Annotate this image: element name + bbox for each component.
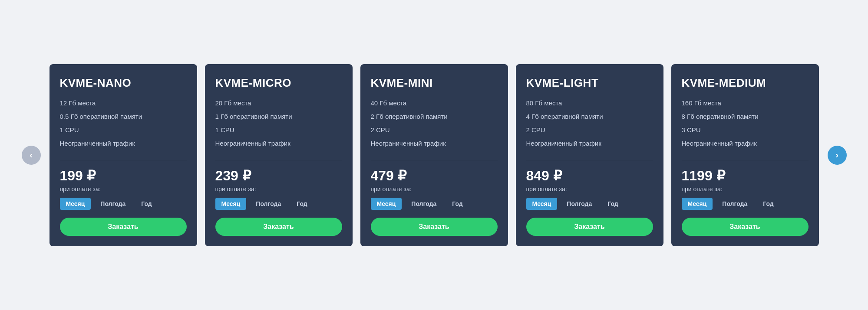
period-tabs-nano: МесяцПолгодаГод [60,198,187,210]
card-features-light: 80 Гб места4 Гб оперативной памяти2 CPUН… [526,98,653,152]
period-tab-год[interactable]: Год [601,198,624,210]
period-tab-месяц[interactable]: Месяц [215,198,247,210]
card-price-micro: 239 ₽ [215,167,342,184]
card-features-medium: 160 Гб места8 Гб оперативной памяти3 CPU… [682,98,809,152]
card-price-note-nano: при оплате за: [60,186,187,193]
card-price-note-micro: при оплате за: [215,186,342,193]
feature-item: Неограниченный трафик [682,139,809,148]
period-tab-год[interactable]: Год [757,198,780,210]
period-tab-месяц[interactable]: Месяц [526,198,558,210]
period-tab-полгода[interactable]: Полгода [250,198,287,210]
card-price-note-mini: при оплате за: [371,186,498,193]
order-button-medium[interactable]: Заказать [682,218,809,236]
card-medium: KVME-MEDIUM160 Гб места8 Гб оперативной … [671,64,819,246]
card-light: KVME-LIGHT80 Гб места4 Гб оперативной па… [516,64,663,246]
order-button-micro[interactable]: Заказать [215,218,342,236]
card-divider [526,161,653,161]
card-nano: KVME-NANO12 Гб места0.5 Гб оперативной п… [50,64,197,246]
feature-item: Неограниченный трафик [215,139,342,148]
cards-container: KVME-NANO12 Гб места0.5 Гб оперативной п… [41,64,828,246]
order-button-light[interactable]: Заказать [526,218,653,236]
feature-item: Неограниченный трафик [60,139,187,148]
card-title-nano: KVME-NANO [60,76,187,90]
feature-item: 8 Гб оперативной памяти [682,112,809,121]
card-features-micro: 20 Гб места1 Гб оперативной памяти1 CPUН… [215,98,342,152]
period-tab-год[interactable]: Год [290,198,314,210]
card-divider [682,161,809,161]
card-title-light: KVME-LIGHT [526,76,653,90]
feature-item: 1 CPU [60,125,187,134]
order-button-nano[interactable]: Заказать [60,218,187,236]
prev-button[interactable]: ‹ [22,146,41,165]
feature-item: 40 Гб места [371,98,498,108]
feature-item: Неограниченный трафик [526,139,653,148]
card-title-mini: KVME-MINI [371,76,498,90]
card-price-light: 849 ₽ [526,167,653,184]
feature-item: 1 Гб оперативной памяти [215,112,342,121]
period-tab-год[interactable]: Год [135,198,158,210]
card-divider [371,161,498,161]
feature-item: 2 Гб оперативной памяти [371,112,498,121]
period-tabs-light: МесяцПолгодаГод [526,198,653,210]
feature-item: 20 Гб места [215,98,342,108]
feature-item: 0.5 Гб оперативной памяти [60,112,187,121]
period-tab-полгода[interactable]: Полгода [561,198,598,210]
feature-item: 80 Гб места [526,98,653,108]
feature-item: 3 CPU [682,125,809,134]
card-price-note-medium: при оплате за: [682,186,809,193]
feature-item: 2 CPU [526,125,653,134]
period-tab-полгода[interactable]: Полгода [405,198,442,210]
card-title-micro: KVME-MICRO [215,76,342,90]
period-tabs-micro: МесяцПолгодаГод [215,198,342,210]
card-features-mini: 40 Гб места2 Гб оперативной памяти2 CPUН… [371,98,498,152]
feature-item: 1 CPU [215,125,342,134]
period-tab-месяц[interactable]: Месяц [60,198,91,210]
carousel-wrapper: ‹ KVME-NANO12 Гб места0.5 Гб оперативной… [22,64,847,246]
order-button-mini[interactable]: Заказать [371,218,498,236]
period-tab-месяц[interactable]: Месяц [371,198,402,210]
period-tab-полгода[interactable]: Полгода [94,198,132,210]
card-price-note-light: при оплате за: [526,186,653,193]
card-price-medium: 1199 ₽ [682,167,809,184]
card-micro: KVME-MICRO20 Гб места1 Гб оперативной па… [205,64,353,246]
feature-item: 4 Гб оперативной памяти [526,112,653,121]
feature-item: 160 Гб места [682,98,809,108]
feature-item: Неограниченный трафик [371,139,498,148]
card-price-mini: 479 ₽ [371,167,498,184]
card-features-nano: 12 Гб места0.5 Гб оперативной памяти1 CP… [60,98,187,152]
card-price-nano: 199 ₽ [60,167,187,184]
feature-item: 12 Гб места [60,98,187,108]
next-button[interactable]: › [828,146,847,165]
card-title-medium: KVME-MEDIUM [682,76,809,90]
card-divider [215,161,342,161]
feature-item: 2 CPU [371,125,498,134]
period-tabs-mini: МесяцПолгодаГод [371,198,498,210]
period-tab-полгода[interactable]: Полгода [716,198,753,210]
period-tab-месяц[interactable]: Месяц [682,198,713,210]
period-tabs-medium: МесяцПолгодаГод [682,198,809,210]
card-mini: KVME-MINI40 Гб места2 Гб оперативной пам… [360,64,508,246]
card-divider [60,161,187,161]
period-tab-год[interactable]: Год [446,198,469,210]
